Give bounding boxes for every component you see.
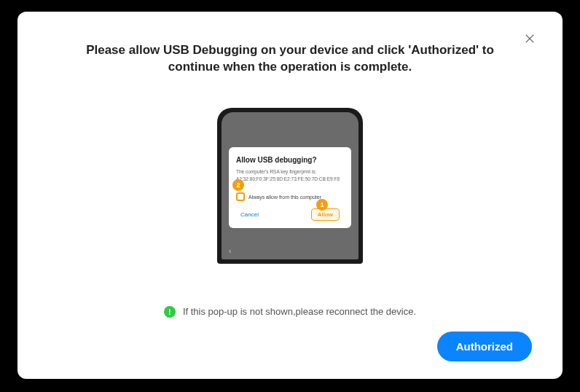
alert-icon: ! bbox=[164, 306, 176, 318]
hint-text: If this pop-up is not shown,please recon… bbox=[183, 306, 416, 317]
modal-title: Please allow USB Debugging on your devic… bbox=[17, 12, 563, 76]
always-allow-checkbox[interactable] bbox=[236, 192, 245, 201]
usb-debugging-dialog: Allow USB debugging? The computer's RSA … bbox=[229, 147, 351, 229]
phone-frame: Allow USB debugging? The computer's RSA … bbox=[217, 108, 363, 264]
always-allow-row: Always allow from this computer bbox=[236, 192, 344, 201]
fingerprint-label: The computer's RSA key fingerprint is: bbox=[236, 169, 316, 174]
back-arrow-icon: ‹ bbox=[229, 247, 231, 255]
dialog-allow-button[interactable]: Allow bbox=[311, 208, 340, 221]
phone-screen: Allow USB debugging? The computer's RSA … bbox=[222, 112, 358, 259]
hint-row: ! If this pop-up is not shown,please rec… bbox=[17, 306, 563, 318]
dialog-cancel-button[interactable]: Cancel bbox=[240, 211, 259, 218]
modal-container: Please allow USB Debugging on your devic… bbox=[17, 12, 563, 379]
fingerprint-value: A2:32:80:F0:3F:25:8D:E2:73:FE:50:7D:CB:E… bbox=[236, 176, 340, 181]
always-allow-label: Always allow from this computer bbox=[248, 195, 321, 200]
authorized-button[interactable]: Authorized bbox=[437, 332, 532, 361]
phone-illustration-container: Allow USB debugging? The computer's RSA … bbox=[17, 108, 563, 264]
close-icon bbox=[523, 32, 536, 45]
dialog-title: Allow USB debugging? bbox=[236, 156, 344, 164]
dialog-fingerprint-text: The computer's RSA key fingerprint is: A… bbox=[236, 168, 344, 183]
close-button[interactable] bbox=[523, 32, 536, 45]
dialog-actions: Cancel Allow bbox=[236, 208, 344, 221]
step-marker-2: 2 bbox=[232, 179, 244, 191]
